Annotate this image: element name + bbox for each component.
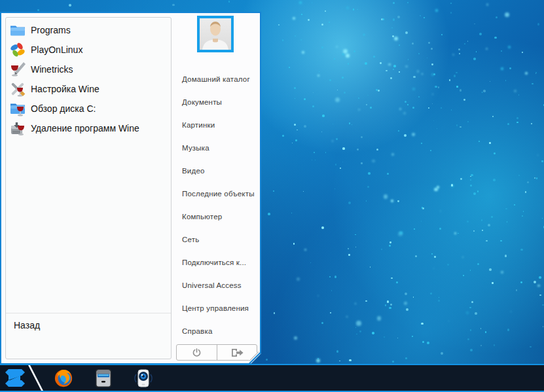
menu-item-wine-uninstall[interactable]: Удаление программ Wine [6, 118, 171, 138]
menu-item-label: PlayOnLinux [31, 45, 82, 55]
taskbar [0, 364, 544, 392]
start-menu: Programs PlayOnLinux [0, 12, 261, 365]
start-menu-button[interactable] [0, 365, 46, 391]
logout-icon [230, 348, 244, 357]
applications-panel: Programs PlayOnLinux [5, 17, 172, 359]
menu-item-wine-config[interactable]: Настройка Wine [6, 79, 171, 99]
wine-config-icon [9, 80, 26, 98]
place-item-home[interactable]: Домашний каталог [173, 67, 258, 90]
taskbar-app-icons [54, 365, 153, 391]
menu-item-label: Обзор диска C: [31, 103, 96, 114]
place-item-network[interactable]: Сеть [173, 228, 258, 251]
menu-item-playonlinux[interactable]: PlayOnLinux [6, 40, 171, 60]
playonlinux-icon [9, 41, 26, 58]
places-list: Домашний каталог Документы Картинки Музы… [173, 67, 258, 342]
place-item-pictures[interactable]: Картинки [173, 113, 258, 136]
menu-item-label: Удаление программ Wine [31, 123, 139, 134]
place-item-control-center[interactable]: Центр управления [173, 296, 258, 319]
zorin-menu-icon [3, 367, 27, 389]
logout-button[interactable] [217, 345, 257, 360]
person-icon [200, 18, 231, 50]
folder-icon [9, 22, 26, 39]
menu-item-label: Winetricks [31, 64, 73, 75]
power-button[interactable] [177, 345, 217, 360]
menu-item-winetricks[interactable]: Winetricks [6, 60, 171, 79]
menu-item-label: Programs [31, 25, 71, 35]
places-panel: Домашний каталог Документы Картинки Музы… [173, 16, 258, 361]
webcam-icon[interactable] [134, 368, 153, 389]
applications-list: Programs PlayOnLinux [6, 18, 171, 138]
wine-cdrive-icon [9, 100, 26, 117]
user-avatar[interactable] [197, 16, 234, 52]
place-item-music[interactable]: Музыка [173, 136, 258, 159]
place-item-help[interactable]: Справка [173, 319, 258, 342]
firefox-icon[interactable] [54, 368, 73, 389]
file-manager-icon[interactable] [94, 368, 113, 389]
winetricks-icon [9, 61, 26, 78]
back-button[interactable]: Назад [6, 313, 171, 359]
place-item-computer[interactable]: Компьютер [173, 205, 258, 228]
place-item-recent[interactable]: Последние объекты [173, 182, 258, 205]
place-item-connect-to[interactable]: Подключиться к... [173, 251, 258, 274]
menu-item-wine-cdrive[interactable]: Обзор диска C: [6, 99, 171, 118]
place-item-universal-access[interactable]: Universal Access [173, 274, 258, 296]
menu-item-label: Настройка Wine [31, 84, 100, 94]
back-label: Назад [14, 320, 40, 330]
place-item-documents[interactable]: Документы [173, 90, 258, 113]
place-item-videos[interactable]: Видео [173, 159, 258, 182]
desktop: Programs PlayOnLinux [0, 0, 544, 392]
power-icon [192, 347, 202, 357]
wine-uninstall-icon [9, 120, 26, 137]
session-buttons [176, 344, 257, 361]
menu-item-programs[interactable]: Programs [6, 20, 171, 40]
